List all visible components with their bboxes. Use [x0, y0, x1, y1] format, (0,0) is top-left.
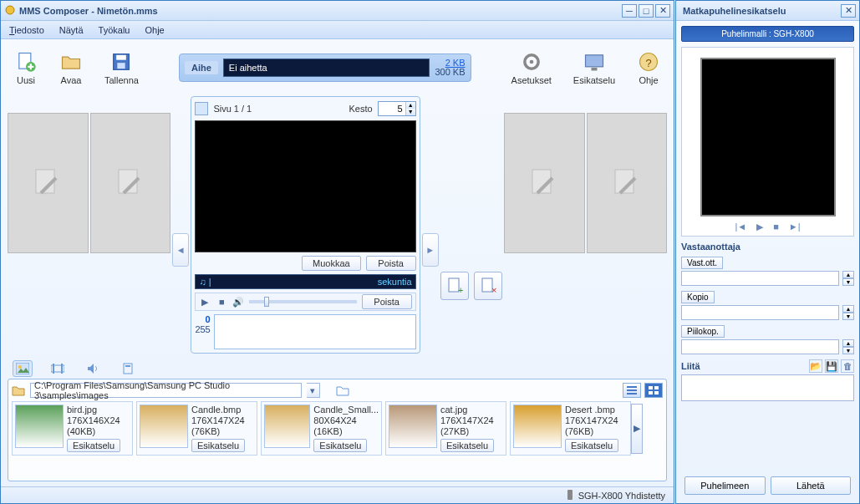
recipient-bcc-field: Piilokop. ▲▼ — [681, 325, 854, 354]
attachment-list[interactable] — [681, 374, 854, 401]
file-preview-button[interactable]: Esikatselu — [565, 439, 618, 452]
folder-icon — [12, 384, 25, 396]
edit-button[interactable]: Muokkaa — [302, 256, 361, 271]
recipient-to-field: Vast.ott. ▲▼ — [681, 257, 854, 286]
file-name: Desert .bmp — [565, 405, 628, 415]
thumbnail-image — [264, 405, 310, 448]
save-button[interactable]: Tallenna — [98, 48, 145, 87]
music-note-icon: ♫ | — [199, 277, 211, 287]
bcc-down[interactable]: ▼ — [842, 347, 854, 354]
add-page-button[interactable]: + — [440, 272, 469, 300]
preview-play-button[interactable]: ▶ — [756, 221, 763, 232]
tab-audio[interactable] — [83, 360, 103, 377]
file-dimensions: 176X147X24 — [440, 415, 503, 425]
view-list-button[interactable] — [623, 383, 641, 398]
send-button[interactable]: Lähetä — [771, 476, 852, 495]
preview-stop-button[interactable]: ■ — [773, 221, 779, 232]
phone-model-label: Puhelinmalli : SGH-X800 — [681, 26, 854, 42]
slide-slot-4[interactable] — [587, 113, 668, 253]
svg-rect-25 — [124, 364, 132, 374]
to-button[interactable]: Vast.ott. — [681, 257, 723, 269]
maximize-button[interactable]: □ — [639, 4, 654, 18]
remove-page-button[interactable]: × — [474, 272, 502, 300]
cc-up[interactable]: ▲ — [842, 305, 854, 313]
stop-button[interactable]: ■ — [216, 296, 227, 308]
settings-button[interactable]: Asetukset — [505, 48, 558, 87]
to-up[interactable]: ▲ — [842, 271, 854, 278]
menu-file[interactable]: Tiedosto — [9, 25, 44, 35]
tab-other[interactable] — [118, 360, 138, 377]
slide-canvas[interactable] — [195, 120, 415, 252]
tab-images[interactable] — [13, 360, 33, 377]
phone-status-icon — [565, 489, 575, 502]
skip-fwd-button[interactable]: ►| — [789, 221, 801, 232]
chars-max: 255 — [195, 324, 210, 334]
path-dropdown[interactable]: ▾ — [307, 383, 320, 398]
bcc-input[interactable] — [681, 339, 839, 354]
page-doc-actions: + × — [440, 272, 502, 300]
view-thumb-button[interactable] — [644, 383, 663, 398]
new-button[interactable]: Uusi — [8, 48, 44, 87]
cc-input[interactable] — [681, 305, 839, 320]
cc-button[interactable]: Kopio — [681, 291, 715, 303]
attach-label: Liitä — [681, 361, 807, 371]
open-button[interactable]: Avaa — [53, 48, 89, 87]
help-button[interactable]: ? Ohje — [630, 48, 667, 87]
minimize-button[interactable]: ─ — [622, 4, 637, 18]
page-line: Sivu 1 / 1 Kesto 5 ▲▼ — [195, 100, 415, 117]
app-icon — [4, 4, 16, 18]
skip-back-button[interactable]: |◄ — [735, 221, 746, 232]
bcc-button[interactable]: Piilokop. — [681, 325, 725, 338]
close-button[interactable]: ✕ — [655, 4, 670, 18]
spin-down[interactable]: ▼ — [406, 109, 415, 115]
subject-input[interactable]: Ei aihetta — [223, 59, 430, 77]
audio-track[interactable]: ♫ | sekuntia — [195, 274, 415, 289]
menu-tools[interactable]: Työkalu — [99, 25, 130, 35]
to-phone-button[interactable]: Puhelimeen — [684, 476, 766, 495]
svg-rect-32 — [649, 391, 653, 395]
file-card[interactable]: Candle.bmp176X147X24(76KB)Esikatselu — [136, 401, 257, 456]
file-card[interactable]: bird.jpg176X146X24(40KB)Esikatselu — [12, 401, 133, 456]
cc-down[interactable]: ▼ — [842, 313, 854, 320]
duration-spinner[interactable]: 5 ▲▼ — [378, 101, 416, 116]
tab-video[interactable] — [48, 360, 68, 377]
message-text-input[interactable] — [214, 314, 416, 349]
file-preview-button[interactable]: Esikatselu — [313, 439, 367, 452]
spin-up[interactable]: ▲ — [406, 102, 415, 109]
browse-up-icon[interactable] — [335, 383, 350, 398]
file-preview-button[interactable]: Esikatselu — [191, 439, 245, 452]
slide-slot-1[interactable] — [8, 113, 89, 253]
menu-view[interactable]: Näytä — [59, 25, 84, 35]
to-input[interactable] — [681, 271, 839, 286]
prev-slide-button[interactable]: ◄ — [172, 233, 189, 267]
slide-slot-3[interactable] — [504, 113, 585, 253]
menu-help[interactable]: Ohje — [145, 25, 164, 35]
play-button[interactable]: ▶ — [199, 296, 211, 308]
file-preview-button[interactable]: Esikatselu — [67, 439, 120, 452]
file-preview-button[interactable]: Esikatselu — [440, 439, 494, 452]
thumb-row: bird.jpg176X146X24(40KB)EsikatseluCandle… — [12, 401, 663, 456]
delete-image-button[interactable]: Poista — [366, 256, 416, 271]
char-counter: 0 255 — [195, 314, 210, 334]
volume-knob[interactable] — [264, 297, 269, 307]
file-card[interactable]: Candle_Small...80X64X24(16KB)Esikatselu — [261, 401, 382, 456]
attach-delete-icon[interactable]: 🗑 — [841, 359, 854, 373]
next-slide-button[interactable]: ► — [422, 233, 439, 267]
delete-audio-button[interactable]: Poista — [362, 294, 412, 309]
file-dimensions: 176X147X24 — [191, 415, 254, 425]
slide-slot-2[interactable] — [90, 113, 171, 253]
svg-point-21 — [18, 365, 22, 369]
page-icon — [195, 102, 208, 115]
to-down[interactable]: ▼ — [842, 278, 854, 286]
file-card[interactable]: Desert .bmp176X147X24(76KB)Esikatselu — [510, 401, 631, 456]
preview-titlebar: Matkapuhelinesikatselu ✕ — [676, 1, 859, 21]
path-input[interactable]: C:\Program Files\Samsung\Samsung PC Stud… — [30, 383, 302, 398]
attach-save-icon[interactable]: 💾 — [825, 359, 838, 373]
volume-slider[interactable] — [249, 300, 356, 303]
file-card[interactable]: cat.jpg176X147X24(27KB)Esikatselu — [385, 401, 506, 456]
bcc-up[interactable]: ▲ — [842, 339, 854, 347]
preview-close-button[interactable]: ✕ — [841, 4, 856, 18]
attach-open-icon[interactable]: 📂 — [809, 359, 822, 373]
preview-button[interactable]: Esikatselu — [567, 48, 622, 87]
thumbs-scroll-right[interactable]: ▶ — [631, 404, 643, 454]
